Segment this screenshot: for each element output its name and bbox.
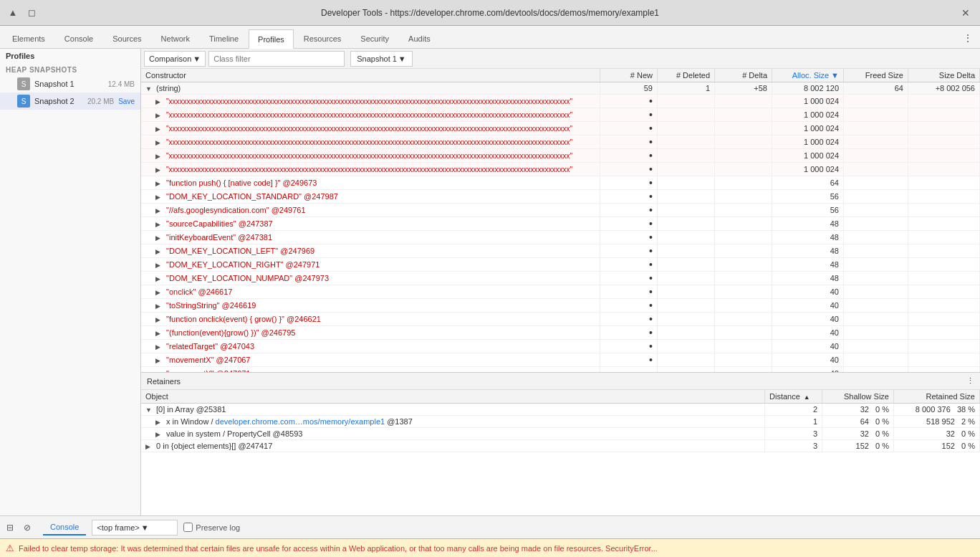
col-header-shallow[interactable]: Shallow Size (822, 390, 894, 404)
tab-sources[interactable]: Sources (103, 29, 150, 48)
tab-timeline[interactable]: Timeline (200, 29, 248, 48)
expand-icon[interactable]: ▶ (155, 221, 163, 228)
col-header-alloc[interactable]: Alloc. Size ▼ (772, 69, 844, 82)
expand-icon[interactable]: ▶ (155, 419, 163, 426)
tab-security[interactable]: Security (351, 29, 398, 48)
expand-icon[interactable]: ▶ (155, 234, 163, 242)
retainer-row[interactable]: ▼ [0] in Array @25381 2 32 0 % 8 000 376… (141, 404, 980, 416)
console-tab[interactable]: Console (43, 520, 86, 535)
col-header-delta[interactable]: # Delta (715, 69, 772, 82)
expand-icon[interactable]: ▶ (155, 316, 163, 323)
expand-icon[interactable]: ▶ (155, 289, 163, 296)
col-header-distance[interactable]: Distance ▲ (765, 390, 822, 404)
constructor-cell: ▶ "initKeyboardEvent" @247381 (141, 231, 600, 244)
expand-icon[interactable]: ▶ (155, 98, 163, 105)
expand-icon[interactable]: ▶ (155, 303, 163, 310)
expand-icon[interactable]: ▶ (155, 125, 163, 133)
table-row[interactable]: ▶ "function onclick(event) { grow() }" @… (141, 313, 980, 326)
expand-icon[interactable]: ▼ (145, 406, 153, 414)
table-row[interactable]: ▶ "xxxxxxxxxxxxxxxxxxxxxxxxxxxxxxxxxxxxx… (141, 95, 980, 108)
expand-icon[interactable]: ▶ (155, 180, 163, 187)
tab-profiles[interactable]: Profiles (249, 29, 294, 49)
more-tabs-button[interactable]: ⋮ (956, 28, 980, 48)
table-row[interactable]: ▶ "sourceCapabilities" @247387 • 48 (141, 217, 980, 231)
table-row[interactable]: ▶ "movementY" @247071 • 40 (141, 367, 980, 373)
col-header-sizedelta[interactable]: Size Delta (908, 69, 980, 82)
expand-icon[interactable]: ▶ (155, 166, 163, 173)
expand-icon[interactable]: ▶ (155, 139, 163, 146)
col-header-constructor[interactable]: Constructor (141, 69, 600, 82)
table-row[interactable]: ▶ "function push() { [native code] }" @2… (141, 176, 980, 190)
sidebar-snapshot1[interactable]: S Snapshot 1 12.4 MB (0, 75, 140, 92)
expand-icon[interactable]: ▶ (155, 262, 163, 269)
col-header-freed[interactable]: Freed Size (844, 69, 908, 82)
expand-icon[interactable]: ▶ (155, 275, 163, 282)
class-filter-input[interactable] (208, 51, 345, 67)
retainer-row[interactable]: ▶ x in Window / developer.chrome.com…mos… (141, 416, 980, 428)
expand-icon[interactable]: ▶ (155, 343, 163, 351)
col-header-deleted[interactable]: # Deleted (658, 69, 715, 82)
table-row[interactable]: ▶ "DOM_KEY_LOCATION_RIGHT" @247971 • 48 (141, 258, 980, 272)
tab-resources[interactable]: Resources (294, 29, 351, 48)
expand-icon[interactable]: ▶ (155, 357, 163, 364)
col-header-object[interactable]: Object (141, 390, 765, 404)
table-row[interactable]: ▶ "xxxxxxxxxxxxxxxxxxxxxxxxxxxxxxxxxxxxx… (141, 163, 980, 176)
tab-audits[interactable]: Audits (399, 29, 440, 48)
tab-network[interactable]: Network (152, 29, 199, 48)
table-row[interactable]: ▶ "xxxxxxxxxxxxxxxxxxxxxxxxxxxxxxxxxxxxx… (141, 108, 980, 122)
constructor-cell: ▶ "xxxxxxxxxxxxxxxxxxxxxxxxxxxxxxxxxxxxx… (141, 122, 600, 135)
expand-icon[interactable]: ▶ (155, 248, 163, 255)
snapshot2-save-button[interactable]: Save (118, 97, 135, 105)
device-icon[interactable]: ◻ (24, 6, 39, 20)
table-row[interactable]: ▶ "initKeyboardEvent" @247381 • 48 (141, 231, 980, 244)
frame-select[interactable]: <top frame> ▼ (92, 520, 178, 535)
table-row[interactable]: ▶ "xxxxxxxxxxxxxxxxxxxxxxxxxxxxxxxxxxxxx… (141, 122, 980, 135)
view-mode-select[interactable]: Comparison ▼ (144, 51, 206, 67)
snapshot-select[interactable]: Snapshot 1 ▼ (350, 51, 413, 67)
expand-icon[interactable]: ▶ (155, 330, 163, 337)
expand-icon[interactable]: ▶ (155, 431, 163, 438)
preserve-log-checkbox[interactable] (183, 523, 193, 532)
title-bar: ▲ ◻ Developer Tools - https://developer.… (0, 0, 980, 26)
retainers-options-icon[interactable]: ⋮ (966, 376, 974, 386)
retainer-row[interactable]: ▶ 0 in {object elements}[] @247417 3 152… (141, 440, 980, 452)
console-filter-icon[interactable]: ⊘ (20, 520, 34, 535)
sidebar-snapshot2[interactable]: S Snapshot 2 20.2 MB Save (0, 92, 140, 110)
tab-elements[interactable]: Elements (3, 29, 54, 48)
console-hide-icon[interactable]: ⊟ (3, 520, 17, 535)
col-header-new[interactable]: # New (600, 69, 658, 82)
constructor-cell: ▶ "function onclick(event) { grow() }" @… (141, 313, 600, 326)
expand-icon[interactable]: ▶ (155, 112, 163, 119)
snapshot1-size: 12.4 MB (108, 80, 135, 88)
retainers-label: Retainers (147, 377, 181, 386)
error-message: Failed to clear temp storage: It was det… (19, 544, 658, 553)
table-row[interactable]: ▶ "xxxxxxxxxxxxxxxxxxxxxxxxxxxxxxxxxxxxx… (141, 149, 980, 163)
inspect-icon[interactable]: ▲ (6, 6, 20, 20)
expand-icon[interactable]: ▶ (155, 194, 163, 201)
tab-console[interactable]: Console (55, 29, 102, 48)
content-area: Comparison ▼ Snapshot 1 ▼ Constructor # … (141, 49, 980, 515)
expand-icon[interactable]: ▼ (145, 85, 153, 92)
table-row[interactable]: ▶ "DOM_KEY_LOCATION_STANDARD" @247987 • … (141, 190, 980, 204)
table-row[interactable]: ▶ "toStringString" @246619 • 40 (141, 299, 980, 313)
view-mode-arrow: ▼ (193, 54, 201, 63)
retainer-row[interactable]: ▶ value in system / PropertyCell @48593 … (141, 428, 980, 440)
table-row[interactable]: ▶ "xxxxxxxxxxxxxxxxxxxxxxxxxxxxxxxxxxxxx… (141, 135, 980, 149)
table-row[interactable]: ▶ "DOM_KEY_LOCATION_NUMPAD" @247973 • 48 (141, 272, 980, 285)
expand-icon[interactable]: ▶ (145, 443, 153, 450)
close-button[interactable]: ✕ (960, 7, 971, 19)
table-row[interactable]: ▼ (string) 59 1 +58 8 002 120 64 +8 002 … (141, 82, 980, 95)
col-header-retained[interactable]: Retained Size (894, 390, 980, 404)
table-row[interactable]: ▶ "relatedTarget" @247043 • 40 (141, 340, 980, 353)
constructor-cell: ▼ (string) (141, 82, 600, 95)
error-icon: ⚠ (6, 543, 14, 553)
table-row[interactable]: ▶ "movementX" @247067 • 40 (141, 353, 980, 367)
main-table: Constructor # New # Deleted # Delta Allo… (141, 69, 980, 372)
table-row[interactable]: ▶ "(function(event){grow() })" @246795 •… (141, 326, 980, 340)
table-row[interactable]: ▶ "DOM_KEY_LOCATION_LEFT" @247969 • 48 (141, 244, 980, 258)
console-bar: ⊟ ⊘ Console <top frame> ▼ Preserve log (0, 515, 980, 538)
expand-icon[interactable]: ▶ (155, 153, 163, 160)
table-row[interactable]: ▶ "onclick" @246617 • 40 (141, 285, 980, 299)
table-row[interactable]: ▶ "//afs.googlesyndication.com" @249761 … (141, 204, 980, 217)
expand-icon[interactable]: ▶ (155, 207, 163, 214)
